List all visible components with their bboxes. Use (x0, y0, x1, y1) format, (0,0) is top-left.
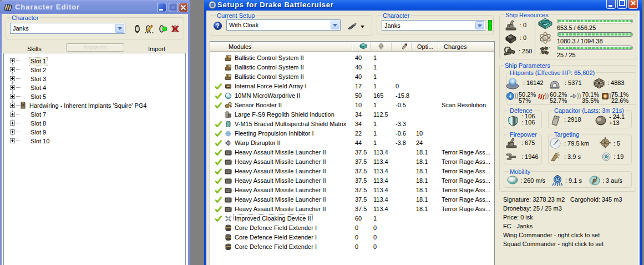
svg-text:NV: NV (508, 36, 513, 39)
svg-text:?: ? (216, 23, 219, 29)
